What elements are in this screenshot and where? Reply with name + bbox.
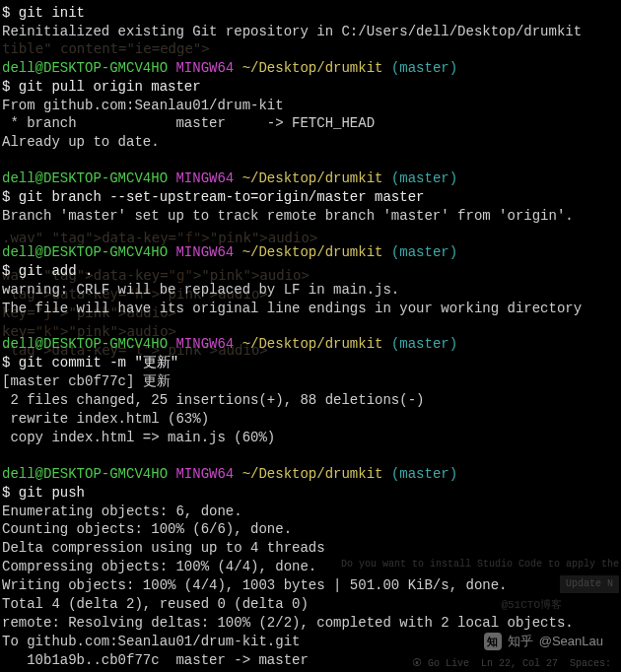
zhihu-brand: 知乎 [508, 633, 533, 650]
blank-line [2, 447, 621, 465]
output-line: Already up to date. [2, 133, 621, 152]
prompt-path: ~/Desktop/drumkit [242, 336, 383, 352]
zhihu-icon: 知 [484, 633, 502, 650]
prompt-user: dell@DESKTOP-GMCV4HO [2, 336, 168, 352]
output-line: From github.com:Seanlau01/drum-kit [2, 97, 621, 115]
zhihu-author: @SeanLau [539, 633, 603, 650]
prompt-branch: (master) [391, 466, 457, 482]
output-line: 2 files changed, 25 insertions(+), 88 de… [2, 391, 621, 410]
update-button[interactable]: Update N [560, 575, 619, 593]
output-line: warning: CRLF will be replaced by LF in … [2, 281, 621, 300]
output-line: Delta compression using up to 4 threads [2, 539, 621, 558]
output-line: remote: Resolving deltas: 100% (2/2), co… [2, 614, 621, 633]
prompt-path: ~/Desktop/drumkit [242, 60, 383, 76]
output-line: The file will have its original line end… [2, 300, 621, 318]
prompt-line: dell@DESKTOP-GMCV4HO MINGW64 ~/Desktop/d… [2, 243, 621, 262]
output-line: Counting objects: 100% (6/6), done. [2, 520, 621, 539]
prompt-line: dell@DESKTOP-GMCV4HO MINGW64 ~/Desktop/d… [2, 465, 621, 484]
prompt-line: dell@DESKTOP-GMCV4HO MINGW64 ~/Desktop/d… [2, 59, 621, 78]
vscode-update-hint: Do you want to install Studio Code to ap… [341, 558, 619, 593]
prompt-env: MINGW64 [175, 466, 234, 482]
output-line: Enumerating objects: 6, done. [2, 503, 621, 521]
blank-line [2, 226, 621, 243]
command-line: $ git init [2, 4, 621, 23]
prompt-line: dell@DESKTOP-GMCV4HO MINGW64 ~/Desktop/d… [2, 169, 621, 188]
output-line: copy index.html => main.js (60%) [2, 429, 621, 447]
update-hint-text: Do you want to install Studio Code to ap… [341, 558, 619, 571]
prompt-user: dell@DESKTOP-GMCV4HO [2, 170, 168, 186]
command-line: $ git pull origin master [2, 78, 621, 97]
blank-line [2, 152, 621, 169]
output-line: rewrite index.html (63%) [2, 410, 621, 429]
blank-line [2, 317, 621, 335]
prompt-env: MINGW64 [175, 244, 234, 260]
prompt-branch: (master) [391, 170, 457, 186]
output-line: Branch 'master' set up to track remote b… [2, 207, 621, 226]
vscode-statusbar: ⦿ Go Live Ln 22, Col 27 Spaces: [0, 656, 621, 672]
command-line: $ git branch --set-upstream-to=origin/ma… [2, 188, 621, 207]
prompt-user: dell@DESKTOP-GMCV4HO [2, 60, 168, 76]
status-spaces[interactable]: Spaces: [570, 657, 611, 671]
prompt-env: MINGW64 [175, 170, 234, 186]
prompt-path: ~/Desktop/drumkit [242, 466, 383, 482]
prompt-branch: (master) [391, 336, 457, 352]
watermark-51cto: @51CTO博客 [501, 598, 562, 613]
blank-line [2, 41, 621, 59]
prompt-env: MINGW64 [175, 336, 234, 352]
prompt-user: dell@DESKTOP-GMCV4HO [2, 466, 168, 482]
prompt-branch: (master) [391, 60, 457, 76]
prompt-path: ~/Desktop/drumkit [242, 170, 383, 186]
status-golive[interactable]: ⦿ Go Live [412, 657, 469, 671]
output-line: [master cb0f77c] 更新 [2, 372, 621, 391]
prompt-user: dell@DESKTOP-GMCV4HO [2, 244, 168, 260]
output-line: Reinitialized existing Git repository in… [2, 23, 621, 41]
prompt-env: MINGW64 [175, 60, 234, 76]
watermark-zhihu: 知 知乎 @SeanLau [484, 633, 603, 650]
command-line: $ git add . [2, 262, 621, 281]
prompt-line: dell@DESKTOP-GMCV4HO MINGW64 ~/Desktop/d… [2, 335, 621, 354]
status-cursor-pos[interactable]: Ln 22, Col 27 [481, 657, 558, 671]
prompt-branch: (master) [391, 244, 457, 260]
command-line: $ git push [2, 484, 621, 503]
prompt-path: ~/Desktop/drumkit [242, 244, 383, 260]
command-line: $ git commit -m "更新" [2, 354, 621, 372]
output-line: * branch master -> FETCH_HEAD [2, 114, 621, 133]
